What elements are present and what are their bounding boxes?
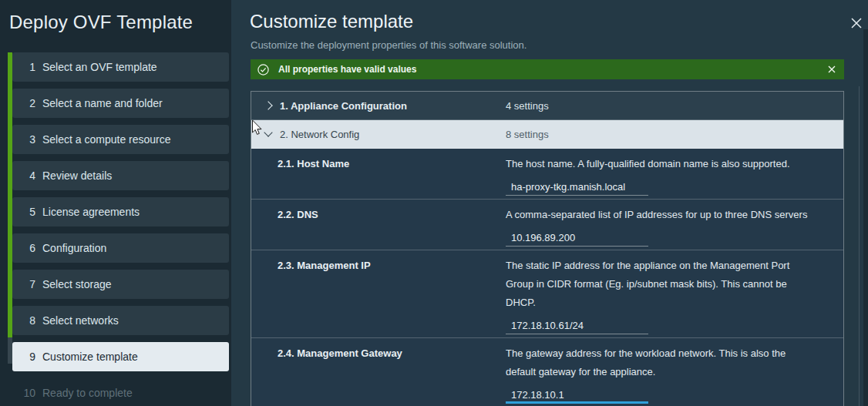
management-gateway-input[interactable]: [511, 388, 648, 401]
page-subtitle: Customize the deployment properties of t…: [251, 39, 527, 51]
sidebar-step-select-ovf-template[interactable]: 1 Select an OVF template: [12, 52, 229, 82]
scrollbar-track[interactable]: [859, 86, 860, 406]
sidebar-step-review-details[interactable]: 4 Review details: [12, 161, 229, 190]
section-settings-count: 8 settings: [506, 129, 549, 140]
section-settings-count: 4 settings: [506, 100, 549, 112]
management-ip-input[interactable]: [511, 319, 648, 331]
setting-row-dns: 2.2. DNS A comma-separated list of IP ad…: [251, 200, 843, 250]
setting-row-host-name: 2.1. Host Name The host name. A fully-qu…: [251, 149, 843, 200]
section-network-config[interactable]: 2. Network Config 8 settings: [251, 120, 843, 149]
host-name-input[interactable]: [511, 180, 648, 193]
customize-template-panel: Customize template Customize the deploym…: [231, 0, 868, 406]
setting-label: 2.3. Management IP: [251, 257, 506, 334]
section-appliance-configuration[interactable]: 1. Appliance Configuration 4 settings: [251, 92, 843, 120]
check-circle-icon: [257, 64, 269, 75]
properties-table: 1. Appliance Configuration 4 settings 2.…: [251, 91, 844, 406]
setting-description: The host name. A fully-qualified domain …: [506, 155, 810, 173]
banner-message: All properties have valid values: [278, 64, 416, 75]
sidebar-step-select-networks[interactable]: 8 Select networks: [12, 306, 229, 335]
setting-label: 2.1. Host Name: [251, 155, 506, 196]
validation-banner: All properties have valid values: [251, 59, 844, 79]
chevron-right-icon: [264, 101, 272, 109]
sidebar-step-configuration[interactable]: 6 Configuration: [12, 233, 229, 263]
sidebar-step-select-name-folder[interactable]: 2 Select a name and folder: [12, 89, 229, 118]
setting-description: A comma-separated list of IP addresses f…: [506, 206, 810, 224]
setting-row-management-ip: 2.3. Management IP The static IP address…: [251, 250, 843, 338]
close-icon[interactable]: [849, 16, 863, 30]
setting-label: 2.2. DNS: [251, 206, 506, 247]
setting-row-management-gateway: 2.4. Management Gateway The gateway addr…: [251, 338, 843, 406]
wizard-title: Deploy OVF Template: [9, 12, 193, 33]
wizard-sidebar: Deploy OVF Template 1 Select an OVF temp…: [0, 0, 231, 406]
sidebar-step-license-agreements[interactable]: 5 License agreements: [12, 197, 229, 226]
banner-close-icon[interactable]: [827, 65, 836, 74]
setting-label: 2.4. Management Gateway: [251, 344, 506, 404]
setting-description: The gateway address for the workload net…: [506, 344, 810, 381]
sidebar-step-ready-to-complete[interactable]: 10 Ready to complete: [12, 378, 229, 406]
wizard-steps: 1 Select an OVF template 2 Select a name…: [12, 52, 229, 406]
sidebar-step-customize-template[interactable]: 9 Customize template: [12, 342, 229, 371]
mouse-cursor: [251, 119, 264, 136]
sidebar-step-select-compute-resource[interactable]: 3 Select a compute resource: [12, 125, 229, 154]
deploy-ovf-wizard: Deploy OVF Template 1 Select an OVF temp…: [0, 0, 868, 406]
page-title: Customize template: [250, 11, 413, 32]
setting-description: The static IP address for the appliance …: [506, 257, 810, 312]
dns-input[interactable]: [511, 231, 648, 243]
scrollbar-strip[interactable]: [863, 29, 868, 406]
chevron-down-icon: [264, 128, 272, 136]
sidebar-step-select-storage[interactable]: 7 Select storage: [12, 270, 229, 299]
